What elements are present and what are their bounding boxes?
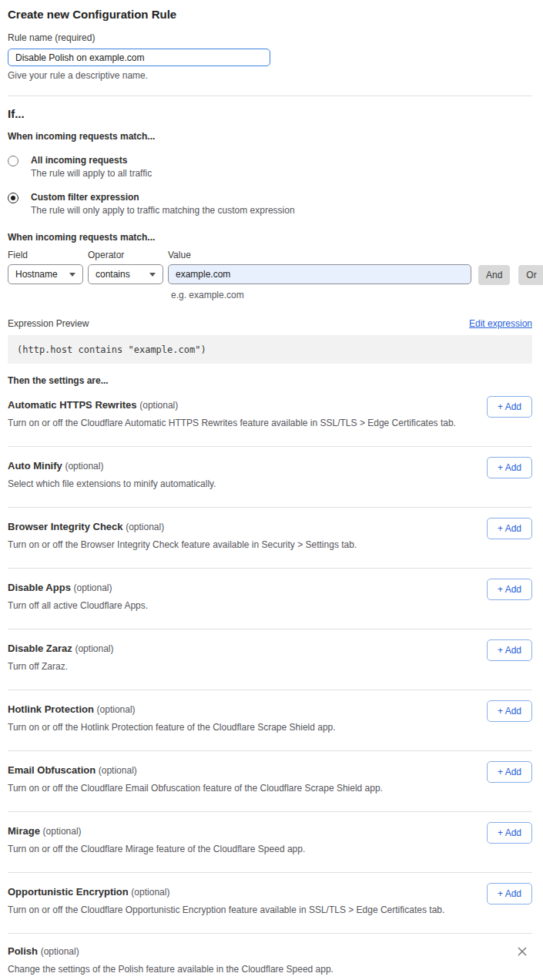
setting-title: Opportunistic Encryption (optional) — [8, 886, 532, 898]
setting-title: Automatic HTTPS Rewrites (optional) — [8, 399, 532, 411]
setting-description: Turn on or off the Cloudflare Automatic … — [8, 418, 532, 428]
expression-builder-row: Field Hostname Operator contains Value A… — [8, 250, 532, 285]
setting-optional-tag: (optional) — [97, 704, 136, 715]
setting-title: Disable Zaraz (optional) — [8, 643, 532, 654]
add-setting-button[interactable]: + Add — [487, 883, 532, 904]
setting-row: Email Obfuscation (optional) Turn on or … — [8, 751, 532, 812]
create-configuration-rule-form: Create new Configuration Rule Rule name … — [0, 8, 543, 980]
expression-builder-heading: When incoming requests match... — [8, 232, 532, 243]
setting-description: Turn on or off the Browser Integrity Che… — [8, 539, 532, 550]
field-label: Field — [8, 250, 83, 260]
setting-optional-tag: (optional) — [139, 400, 178, 411]
setting-title: Disable Apps (optional) — [8, 582, 532, 593]
setting-name: Automatic HTTPS Rewrites — [8, 399, 137, 411]
rule-name-help: Give your rule a descriptive name. — [8, 70, 532, 81]
radio-option-label: Custom filter expression — [31, 192, 295, 203]
and-button[interactable]: And — [478, 265, 510, 285]
setting-row: Automatic HTTPS Rewrites (optional) Turn… — [8, 386, 532, 447]
add-setting-button[interactable]: + Add — [487, 761, 532, 783]
setting-title: Browser Integrity Check (optional) — [8, 521, 532, 532]
field-select-value: Hostname — [15, 269, 58, 280]
setting-description: Turn off all active Cloudflare Apps. — [8, 600, 532, 611]
setting-optional-tag: (optional) — [75, 643, 113, 654]
setting-title: Hotlink Protection (optional) — [8, 703, 532, 715]
operator-label: Operator — [88, 250, 163, 260]
chevron-down-icon — [149, 273, 156, 277]
then-settings-heading: Then the settings are... — [8, 375, 532, 386]
rule-name-input[interactable] — [8, 49, 270, 66]
setting-optional-tag: (optional) — [74, 582, 112, 593]
page-title: Create new Configuration Rule — [8, 8, 532, 21]
close-icon[interactable] — [517, 946, 528, 957]
setting-name: Disable Zaraz — [8, 643, 72, 654]
setting-title: Mirage (optional) — [8, 825, 532, 837]
add-setting-button[interactable]: + Add — [487, 457, 532, 478]
setting-name: Polish — [8, 945, 38, 957]
setting-row: Mirage (optional) Turn on or off the Clo… — [8, 812, 532, 873]
add-setting-button[interactable]: + Add — [487, 639, 532, 661]
setting-name: Opportunistic Encryption — [8, 886, 129, 898]
setting-row-polish: Polish (optional) Change the settings of… — [8, 934, 532, 980]
add-setting-button[interactable]: + Add — [487, 518, 532, 539]
match-heading: When incoming requests match... — [8, 131, 532, 142]
setting-optional-tag: (optional) — [126, 522, 164, 532]
setting-description: Turn on or off the Cloudflare Mirage fea… — [8, 844, 532, 854]
setting-name: Disable Apps — [8, 582, 71, 593]
setting-name: Hotlink Protection — [8, 703, 94, 715]
setting-name: Mirage — [8, 825, 40, 837]
setting-description: Turn on or off the Cloudflare Email Obfu… — [8, 783, 532, 794]
setting-name: Browser Integrity Check — [8, 521, 123, 532]
radio-option-custom-filter-expression[interactable]: Custom filter expression The rule will o… — [8, 192, 532, 216]
expression-preview-code: (http.host contains "example.com") — [8, 335, 532, 364]
setting-title: Email Obfuscation (optional) — [8, 764, 532, 776]
setting-title: Polish (optional) — [8, 945, 532, 957]
setting-optional-tag: (optional) — [65, 461, 103, 472]
rule-name-label: Rule name (required) — [8, 32, 532, 43]
value-help-text: e.g. example.com — [171, 290, 532, 300]
setting-optional-tag: (optional) — [41, 946, 79, 957]
value-input[interactable] — [168, 264, 471, 284]
setting-optional-tag: (optional) — [43, 826, 82, 837]
radio-option-all-incoming-requests[interactable]: All incoming requests The rule will appl… — [8, 155, 532, 179]
setting-description: Turn on or off the Hotlink Protection fe… — [8, 722, 532, 733]
radio-unselected-icon[interactable] — [8, 156, 18, 166]
setting-row: Hotlink Protection (optional) Turn on or… — [8, 690, 532, 751]
chevron-down-icon — [69, 273, 75, 277]
setting-optional-tag: (optional) — [131, 887, 169, 898]
expression-preview-label: Expression Preview — [8, 318, 89, 329]
settings-list: Automatic HTTPS Rewrites (optional) Turn… — [8, 386, 532, 934]
setting-row: Disable Apps (optional) Turn off all act… — [8, 569, 532, 629]
value-label: Value — [168, 250, 471, 260]
operator-select-value: contains — [96, 269, 130, 280]
setting-row: Browser Integrity Check (optional) Turn … — [8, 508, 532, 569]
field-select[interactable]: Hostname — [8, 264, 83, 284]
add-setting-button[interactable]: + Add — [487, 822, 532, 844]
section-divider — [8, 96, 532, 96]
edit-expression-link[interactable]: Edit expression — [469, 318, 532, 329]
setting-row: Opportunistic Encryption (optional) Turn… — [8, 873, 532, 934]
add-setting-button[interactable]: + Add — [487, 700, 532, 722]
add-setting-button[interactable]: + Add — [487, 396, 532, 418]
radio-selected-icon[interactable] — [8, 193, 18, 203]
setting-row: Auto Minify (optional) Select which file… — [8, 447, 532, 508]
setting-optional-tag: (optional) — [99, 765, 137, 776]
setting-row: Disable Zaraz (optional) Turn off Zaraz.… — [8, 629, 532, 690]
setting-name: Auto Minify — [8, 460, 62, 472]
setting-description: Select which file extensions to minify a… — [8, 478, 532, 489]
or-button[interactable]: Or — [518, 265, 543, 285]
if-heading: If... — [8, 107, 532, 120]
setting-description: Turn off Zaraz. — [8, 661, 532, 672]
setting-description: Change the settings of the Polish featur… — [8, 964, 532, 975]
setting-title: Auto Minify (optional) — [8, 460, 532, 472]
radio-option-label: All incoming requests — [31, 155, 152, 166]
setting-description: Turn on or off the Cloudflare Opportunis… — [8, 904, 532, 915]
radio-option-description: The rule will apply to all traffic — [31, 168, 152, 179]
add-setting-button[interactable]: + Add — [487, 579, 532, 600]
radio-option-description: The rule will only apply to traffic matc… — [31, 205, 295, 216]
operator-select[interactable]: contains — [88, 264, 163, 284]
setting-name: Email Obfuscation — [8, 764, 96, 776]
